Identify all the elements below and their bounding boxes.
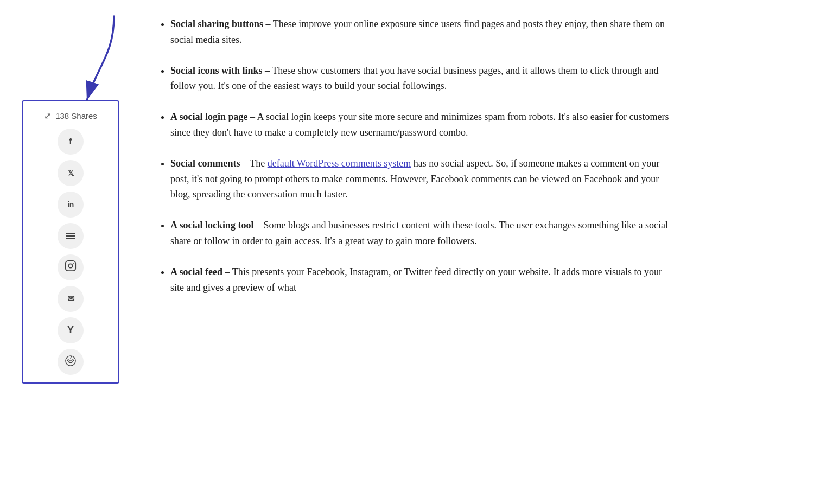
arrow-annotation [54, 11, 130, 109]
item-term: Social icons with links [170, 65, 263, 76]
right-content: Social sharing buttons – These improve y… [157, 16, 673, 384]
feature-list: Social sharing buttons – These improve y… [157, 16, 673, 295]
list-item: A social feed – This presents your Faceb… [170, 264, 673, 296]
svg-point-3 [73, 263, 74, 264]
svg-point-7 [71, 360, 72, 361]
share-icon: ⤢ [44, 109, 51, 123]
linkedin-icon: in [68, 200, 73, 209]
list-item: A social locking tool – Some blogs and b… [170, 218, 673, 249]
item-body: – This presents your Facebook, Instagram… [170, 266, 662, 293]
facebook-icon: f [69, 137, 72, 146]
email-share-button[interactable]: ✉ [58, 286, 84, 312]
item-term: A social feed [170, 266, 222, 277]
buffer-share-button[interactable] [58, 223, 84, 249]
list-item: Social icons with links – These show cus… [170, 63, 673, 94]
item-body-before-link: – The [240, 158, 267, 169]
buffer-icon [66, 233, 75, 239]
list-item: A social login page – A social login kee… [170, 109, 673, 141]
yummly-share-button[interactable]: Y [58, 317, 84, 343]
item-term: A social locking tool [170, 220, 254, 231]
left-panel: ⤢ 138 Shares f 𝕏 in [22, 16, 141, 384]
item-term: Social comments [170, 158, 240, 169]
reddit-share-button[interactable] [58, 349, 84, 375]
svg-point-2 [68, 264, 72, 267]
share-count-label: 138 Shares [55, 110, 97, 123]
reddit-icon [65, 355, 77, 369]
list-item: Social sharing buttons – These improve y… [170, 16, 673, 48]
twitter-share-button[interactable]: 𝕏 [58, 160, 84, 186]
item-term: A social login page [170, 111, 248, 122]
svg-rect-1 [66, 261, 75, 271]
email-icon: ✉ [67, 294, 74, 304]
share-widget: ⤢ 138 Shares f 𝕏 in [22, 100, 119, 384]
svg-point-6 [69, 360, 70, 361]
yummly-icon: Y [67, 324, 74, 336]
facebook-share-button[interactable]: f [58, 129, 84, 155]
instagram-share-button[interactable] [58, 254, 84, 280]
wordpress-comments-link[interactable]: default WordPress comments system [268, 158, 411, 169]
share-count-row: ⤢ 138 Shares [44, 109, 97, 123]
svg-point-8 [71, 356, 72, 357]
instagram-icon [65, 260, 77, 275]
twitter-icon: 𝕏 [68, 169, 74, 177]
linkedin-share-button[interactable]: in [58, 192, 84, 218]
list-item-social-comments: Social comments – The default WordPress … [170, 156, 673, 202]
item-term: Social sharing buttons [170, 18, 263, 29]
